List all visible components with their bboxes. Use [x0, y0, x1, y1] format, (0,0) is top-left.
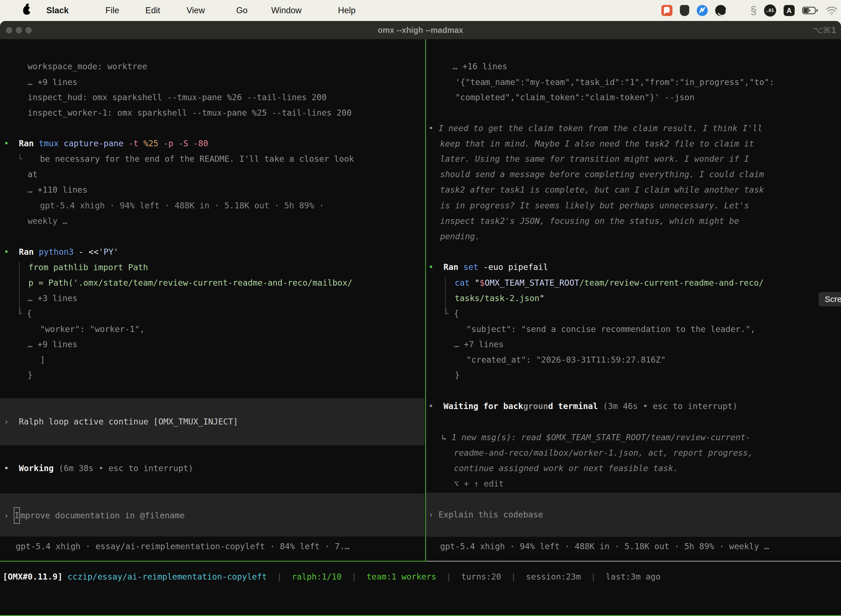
messages-icon[interactable]: [661, 5, 673, 16]
working-status: • Working (6m 38s • esc to interrupt): [4, 461, 193, 476]
right-pane-statusline: gpt-5.4 xhigh · 94% left · 488K in · 5.1…: [440, 539, 769, 554]
text-cursor: I: [14, 507, 20, 524]
code-line: tasks/task-2.json": [455, 290, 544, 306]
mailbox-message: ↳ 1 new msg(s): read $OMX_TEAM_STATE_ROO…: [441, 430, 750, 445]
tree-corner: └: [444, 306, 448, 321]
shield-icon[interactable]: [680, 5, 689, 16]
apple-menu-icon[interactable]: [23, 6, 30, 15]
separator: |: [591, 572, 596, 581]
prompt-chevron-icon: ›: [4, 510, 9, 520]
ran-set-command: • Ran set -euo pipefail: [428, 260, 548, 275]
output-line: gpt-5.4 xhigh · 94% left · 488K in · 5.1…: [40, 198, 324, 213]
thinking-text: task2 after task1 is complete, but can I…: [440, 182, 764, 198]
output-line: {: [454, 306, 459, 321]
mailbox-message: readme-and-reco/mailbox/worker-1.json, a…: [454, 445, 753, 461]
output-line: "created_at": "2026-03-31T11:59:27.816Z": [466, 352, 665, 368]
left-pane-statusline: gpt-5.4 xhigh · essay/ai-reimplementatio…: [16, 539, 350, 554]
bolt-icon[interactable]: [697, 5, 708, 16]
output-line: "subject": "send a concise recommendatio…: [466, 321, 756, 337]
output-line: }: [28, 367, 32, 383]
terminal-window: omx --xhigh --madmax ⌥⌘1 workspace_mode:…: [0, 21, 841, 616]
mailbox-message: continue assigned work or next feasible …: [454, 461, 678, 476]
bullet-icon: •: [428, 123, 434, 133]
bullet-icon: •: [428, 262, 434, 272]
battery-icon[interactable]: [802, 6, 818, 15]
menu-app-name[interactable]: Slack: [46, 0, 69, 21]
thinking-text: later. Using the same for transition mig…: [440, 151, 749, 167]
menu-window[interactable]: Window: [271, 0, 302, 21]
output-line: ]: [40, 352, 45, 368]
moon-icon[interactable]: [715, 5, 726, 16]
keyboard-a-icon[interactable]: A: [784, 5, 795, 16]
screen-tooltip: Scre: [819, 292, 841, 307]
thinking-text: keep that in mind. Maybe I also need the…: [440, 136, 754, 151]
log-line: … +9 lines: [28, 75, 78, 90]
menu-go[interactable]: Go: [236, 0, 248, 21]
log-line: … +16 lines: [453, 59, 507, 74]
log-line: '{"team_name":"my-team","task_id":"1","f…: [455, 75, 774, 90]
separator: |: [277, 572, 282, 581]
code-line: cat "$OMX_TEAM_STATE_ROOT/team/review-cu…: [455, 275, 764, 290]
waiting-status: • Waiting for background terminal (3m 46…: [428, 399, 737, 414]
ralph-loop-status: › Ralph loop active continue [OMX_TMUX_I…: [4, 414, 238, 430]
log-line: workspace_mode: worktree: [28, 59, 147, 74]
menu-view[interactable]: View: [186, 0, 205, 21]
output-line: … +7 lines: [454, 337, 504, 352]
thinking-text: is in progress? It seems likely but perh…: [440, 198, 749, 213]
omx-status-bar: [OMX#0.11.9] cczip/essay/ai-reimplementa…: [3, 569, 661, 585]
thinking-text: inspect task2's JSON, focusing on the st…: [440, 213, 739, 229]
output-line: be necessary for the end of the README. …: [40, 151, 354, 167]
window-title: omx --xhigh --madmax: [0, 21, 841, 39]
ran-python-command: • Ran python3 - <<'PY': [4, 244, 119, 260]
edit-hint: ⌥ + ↑ edit: [454, 476, 504, 491]
output-line: … +3 lines: [28, 290, 78, 306]
output-line: }: [455, 367, 460, 383]
terminal-content: workspace_mode: worktree … +9 lines insp…: [0, 39, 841, 616]
output-line: at: [28, 167, 38, 182]
prompt-chevron-icon: ›: [428, 510, 434, 519]
code-line: from pathlib import Path: [28, 260, 148, 275]
bullet-icon: •: [428, 401, 434, 411]
menu-bar: Slack File Edit View Go Window Help § ..…: [0, 0, 841, 21]
thinking-text: pending.: [440, 229, 480, 244]
bullet-icon: •: [4, 463, 9, 473]
wifi-icon[interactable]: [826, 6, 838, 15]
log-line: inspect_worker-1: omx sparkshell --tmux-…: [28, 105, 352, 120]
output-line: weekly …: [28, 213, 67, 229]
bullet-icon: •: [4, 247, 9, 257]
output-line: {: [27, 306, 32, 321]
thinking-text: • I need to get the claim token from the…: [428, 120, 762, 136]
separator: |: [447, 572, 451, 581]
right-prompt-input[interactable]: › Explain this codebase: [428, 507, 543, 522]
grid-dots-icon[interactable]: [734, 6, 743, 15]
right-pane-bottom-border: [426, 561, 841, 562]
log-line: "completed","claim_token":"claim-token"}…: [455, 90, 694, 105]
menu-file[interactable]: File: [105, 0, 119, 21]
menu-status-icons: § ..61 A: [661, 0, 838, 21]
return-arrow-icon: ↳: [441, 433, 447, 442]
code-line: p = Path('.omx/state/team/review-current…: [28, 275, 352, 290]
output-line: … +110 lines: [28, 182, 88, 198]
output-line: "worker": "worker-1",: [40, 321, 145, 337]
output-line: … +9 lines: [28, 337, 78, 352]
log-line: inspect_hud: omx sparkshell --tmux-pane …: [28, 90, 327, 105]
left-pane-bottom-border: [0, 561, 425, 562]
pane-divider[interactable]: [425, 39, 426, 561]
badge-61-icon[interactable]: ..61: [764, 4, 776, 16]
menu-edit[interactable]: Edit: [145, 0, 160, 21]
menu-help[interactable]: Help: [338, 0, 356, 21]
window-title-bar: omx --xhigh --madmax ⌥⌘1: [0, 21, 841, 39]
section-squiggle-icon[interactable]: §: [750, 5, 757, 16]
bullet-icon: •: [4, 139, 9, 148]
separator: |: [511, 572, 516, 581]
thinking-text: should send a message before completing …: [440, 167, 764, 182]
left-prompt-input[interactable]: › Improve documentation in @filename: [4, 507, 185, 523]
window-shortcut-badge: ⌥⌘1: [813, 21, 837, 39]
separator: |: [352, 572, 356, 581]
tree-corner: └: [18, 151, 22, 167]
tree-corner: └: [18, 306, 22, 321]
ran-tmux-command: • Ran tmux capture-pane -t %25 -p -S -80: [4, 136, 208, 151]
prompt-chevron-icon: ›: [4, 417, 9, 427]
